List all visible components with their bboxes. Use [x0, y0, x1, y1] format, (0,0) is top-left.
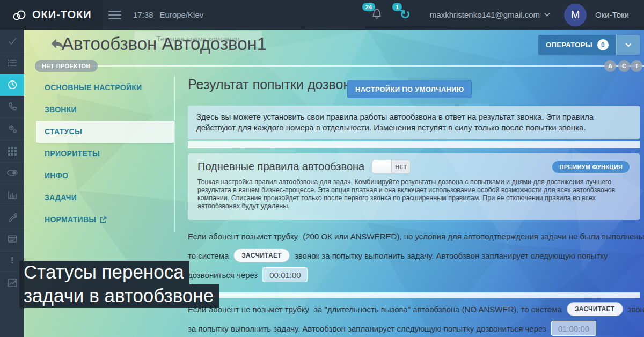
avatar[interactable]: M [564, 4, 587, 26]
rule-answered-link[interactable]: Если абонент возьмет трубку [188, 232, 298, 241]
clock-icon [7, 79, 18, 90]
rail-item-reports[interactable] [0, 184, 24, 206]
rail-item-scripts[interactable] [0, 228, 24, 250]
account-dropdown[interactable]: maxkhristenko141@gmail.com [430, 10, 550, 19]
bar-chart-icon [7, 189, 18, 200]
account-name: Оки-Токи [595, 10, 629, 19]
no-projects-badge: НЕТ ПРОЕКТОВ [35, 60, 98, 72]
count-attempt-button[interactable]: ЗАСЧИТАЕТ [233, 248, 290, 262]
phone-icon [7, 101, 18, 112]
default-settings-button[interactable]: НАСТРОЙКИ ПО УМОЛЧАНИЮ [347, 80, 472, 98]
rule-no-answer-line2: за попытку выполнить задачу. Автообзвон … [188, 321, 596, 336]
premium-title: Подневные правила автообзвона [197, 160, 364, 173]
line-chart-icon [7, 277, 18, 288]
gears-icon [7, 123, 18, 134]
chevron-down-icon [544, 13, 550, 17]
separator [188, 292, 640, 298]
history-count-badge: 1 [392, 3, 402, 11]
menu-hamburger-icon[interactable] [108, 11, 121, 19]
caption-overlay: Статусы переноса задачи в автообзвоне [19, 261, 219, 308]
notifications-count-badge: 24 [362, 3, 375, 11]
premium-feature-badge: ПРЕМИУМ ФУНКЦИЯ [552, 160, 630, 173]
menu-item-calls[interactable]: ЗВОНКИ [36, 99, 174, 121]
main-panel: Результат попытки дозвона НАСТРОЙКИ ПО У… [188, 30, 640, 337]
top-bar: ОКИ-ТОКИ 17:38 Europe/Kiev 24 1 ↻ maxkhr… [0, 0, 644, 30]
rail-item-toggles[interactable] [0, 162, 24, 184]
wrench-icon [7, 211, 18, 222]
grid-icon [7, 145, 18, 156]
rail-item-autodialer-active[interactable] [0, 74, 24, 96]
timezone-label[interactable]: Europe/Kiev [160, 10, 204, 19]
toggle-knob [372, 160, 392, 173]
brand-name: ОКИ-ТОКИ [32, 9, 92, 21]
rail-item-queues[interactable] [0, 140, 24, 162]
menu-item-priorities[interactable]: ПРИОРИТЕТЫ [36, 143, 174, 165]
toggle-icon [6, 167, 18, 178]
rule-answered-line2: то система ЗАСЧИТАЕТ звонок за попытку в… [188, 248, 608, 262]
cloud-logo-icon [12, 9, 27, 21]
rail-item-calls[interactable] [0, 96, 24, 118]
check-icon [7, 35, 18, 46]
caption-line-2: задачи в автообзвоне [19, 284, 219, 308]
logo[interactable]: ОКИ-ТОКИ [0, 0, 103, 30]
history-button[interactable]: 1 ↻ [400, 7, 416, 23]
rail-item-check[interactable] [0, 30, 24, 52]
alert-icon: ! [11, 255, 14, 266]
clock-time: 17:38 [133, 10, 153, 19]
retry-interval-input[interactable] [551, 321, 596, 336]
intro-note: Здесь вы можете установить свои правила … [188, 106, 640, 139]
separator [188, 141, 640, 148]
menu-item-standards[interactable]: НОРМАТИВЫ [36, 209, 174, 231]
rail-item-settings[interactable] [0, 118, 24, 140]
settings-menu: ОСНОВНЫЕ НАСТРОЙКИ ЗВОНКИ СТАТУСЫ ПРИОРИ… [36, 77, 174, 231]
premium-description: Тонкая настройка правил автообзвона для … [197, 178, 630, 210]
menu-item-info[interactable]: ИНФО [36, 165, 174, 187]
rule-no-answer-line1: Если абонент не возьмет трубку за "длите… [188, 302, 644, 316]
premium-section: Подневные правила автообзвона НЕТ ПРЕМИУ… [188, 153, 640, 220]
notifications-bell[interactable]: 24 [370, 7, 386, 23]
account-email: maxkhristenko141@gmail.com [430, 10, 540, 19]
rail-item-tools[interactable] [0, 206, 24, 228]
daily-rules-toggle[interactable]: НЕТ [372, 160, 411, 173]
count-attempt-button[interactable]: ЗАСЧИТАЕТ [567, 302, 623, 316]
toggle-state-label: НЕТ [392, 160, 410, 173]
menu-divider [174, 75, 175, 232]
section-title: Результат попытки дозвона [188, 77, 358, 92]
caption-line-1: Статусы переноса [19, 261, 189, 284]
external-link-icon [100, 216, 107, 223]
card-icon [7, 233, 18, 244]
menu-item-statuses[interactable]: СТАТУСЫ [36, 121, 174, 143]
rail-item-list[interactable] [0, 52, 24, 74]
menu-item-tasks[interactable]: ЗАДАЧИ [36, 187, 174, 209]
retry-interval-input[interactable] [262, 267, 308, 282]
rule-answered-line1: Если абонент возьмет трубку (200 ОК или … [188, 232, 644, 241]
menu-item-main-settings[interactable]: ОСНОВНЫЕ НАСТРОЙКИ [36, 77, 174, 99]
list-icon [7, 57, 18, 68]
